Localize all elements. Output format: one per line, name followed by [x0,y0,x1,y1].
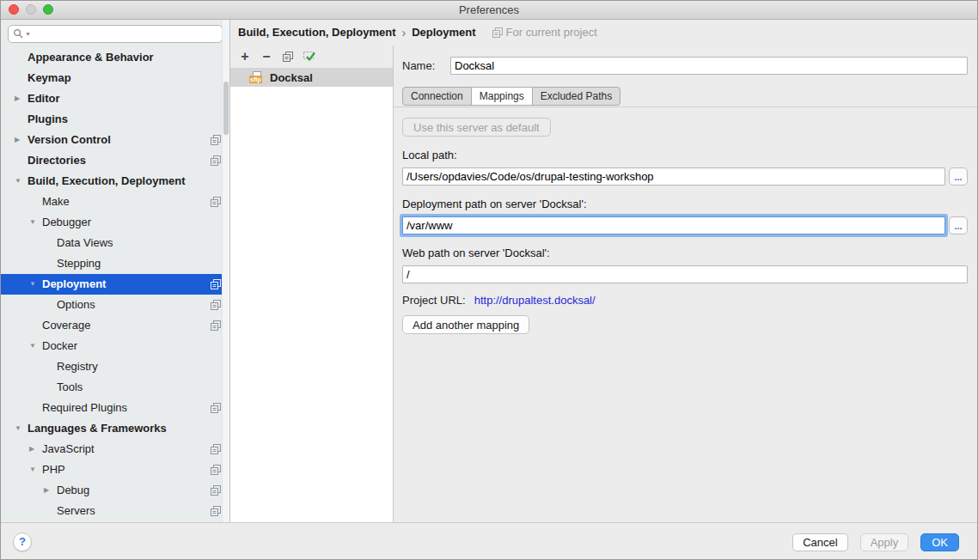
deployment-path-browse-button[interactable]: ... [949,216,968,234]
apply-button[interactable]: Apply [860,533,909,551]
chevron-right-icon[interactable]: ▶ [13,130,28,150]
sidebar-item-label: Stepping [57,253,101,274]
zoom-button[interactable] [43,4,53,15]
sidebar-item-label: Directories [28,150,86,171]
minimize-button[interactable] [26,4,36,15]
sidebar-item-tools[interactable]: Tools [1,377,229,398]
sidebar-item-label: PHP [42,460,65,480]
project-scope-badge-icon [211,485,221,496]
scrollbar-thumb[interactable] [223,82,229,135]
sidebar-item-deployment[interactable]: ▼Deployment [1,274,229,295]
project-scope-badge-icon [492,27,503,38]
sidebar-item-data-views[interactable]: Data Views [1,233,229,253]
project-url-label: Project URL: [402,294,466,307]
tab-mappings[interactable]: Mappings [471,87,533,106]
add-another-mapping-button[interactable]: Add another mapping [402,315,529,334]
chevron-down-icon[interactable]: ▼ [13,171,28,192]
sidebar-item-label: Version Control [28,130,111,150]
project-scope-badge-icon [211,279,221,289]
chevron-down-icon[interactable]: ▼ [28,460,42,480]
sidebar-item-plugins[interactable]: Plugins [1,109,229,130]
sidebar-scrollbar[interactable] [222,20,229,522]
sidebar-item-version-control[interactable]: ▶Version Control [1,130,229,150]
server-name-field[interactable] [450,57,968,75]
sidebar-item-registry[interactable]: Registry [1,356,229,377]
close-button[interactable] [9,4,19,15]
local-path-label: Local path: [402,149,968,161]
sidebar-item-stepping[interactable]: Stepping [1,253,229,274]
project-scope-badge-icon [211,197,221,207]
window-title: Preferences [1,1,977,19]
project-url-link[interactable]: http://drupaltest.docksal/ [474,294,596,307]
chevron-down-icon[interactable]: ▼ [28,336,42,356]
server-list-item-docksal[interactable]: sftp Docksal [230,68,393,87]
name-label: Name: [402,59,450,72]
breadcrumb-deployment[interactable]: Deployment [412,20,475,46]
add-server-button[interactable]: + [237,49,253,64]
chevron-right-icon[interactable]: ▶ [13,88,28,109]
sftp-server-icon: sftp [249,71,266,83]
green-check-icon [303,50,316,64]
copy-pages-icon [283,52,293,62]
sidebar-item-languages-frameworks[interactable]: ▼Languages & Frameworks [1,418,229,439]
sidebar-item-label: Debugger [42,212,91,233]
sidebar-item-label: Docker [42,336,77,356]
search-icon[interactable] [13,28,24,40]
sidebar-item-directories[interactable]: Directories [1,150,229,171]
search-options-caret-icon[interactable]: ▼ [25,31,31,37]
sidebar-item-keymap[interactable]: Keymap [1,68,229,88]
sidebar-item-options[interactable]: Options [1,295,229,315]
local-path-browse-button[interactable]: ... [949,167,968,186]
chevron-right-icon[interactable]: ▶ [42,480,57,501]
search-input[interactable] [33,28,217,40]
use-server-as-default-button[interactable]: Use this server as default [402,118,551,137]
tab-excluded-paths[interactable]: Excluded Paths [532,87,620,106]
sidebar-item-docker[interactable]: ▼Docker [1,336,229,356]
ok-button[interactable]: OK [920,533,959,551]
chevron-down-icon[interactable]: ▼ [28,212,42,233]
sidebar-item-coverage[interactable]: Coverage [1,315,229,336]
breadcrumb-build-execution-deployment[interactable]: Build, Execution, Deployment [238,20,395,46]
sidebar-item-servers[interactable]: Servers [1,501,229,521]
cancel-button[interactable]: Cancel [792,533,847,551]
sidebar-item-label: Make [42,192,70,212]
project-scope-badge-icon [211,135,221,145]
chevron-right-icon[interactable]: ▶ [28,439,42,460]
deployment-path-label: Deployment path on server 'Docksal': [402,198,968,210]
sidebar-item-php[interactable]: ▼PHP [1,460,229,480]
sidebar-item-make[interactable]: Make [1,192,229,212]
web-path-field[interactable] [402,265,968,283]
traffic-lights [9,4,53,15]
project-scope-badge-icon [211,320,221,331]
sidebar-item-label: Registry [57,356,98,377]
sidebar-item-required-plugins[interactable]: Required Plugins [1,398,229,418]
help-button[interactable]: ? [13,533,32,551]
sidebar-item-editor[interactable]: ▶Editor [1,88,229,109]
sidebar-item-appearance-behavior[interactable]: Appearance & Behavior [1,47,229,68]
sidebar-item-debugger[interactable]: ▼Debugger [1,212,229,233]
sidebar-item-label: Debug [57,480,89,501]
sidebar-item-label: Data Views [57,233,113,253]
sidebar-item-label: Coverage [42,315,90,336]
sidebar-item-label: Languages & Frameworks [28,418,167,439]
settings-search[interactable]: ▼ [8,25,223,43]
local-path-field[interactable] [402,167,945,186]
preferences-window: Preferences ▼ Appearance & BehaviorKeyma… [0,0,978,560]
deployment-path-field[interactable] [402,216,945,234]
breadcrumb: Build, Execution, Deployment › Deploymen… [230,20,977,46]
sidebar-item-label: Deployment [42,274,106,295]
project-scope: For current project [492,20,597,46]
copy-server-button[interactable] [280,49,296,64]
sidebar-item-label: Plugins [28,109,68,130]
project-scope-badge-icon [211,444,221,454]
project-scope-badge-icon [211,300,221,310]
sidebar-item-javascript[interactable]: ▶JavaScript [1,439,229,460]
tab-connection[interactable]: Connection [402,87,472,106]
sidebar-item-build-execution-deployment[interactable]: ▼Build, Execution, Deployment [1,171,229,192]
sidebar-item-debug[interactable]: ▶Debug [1,480,229,501]
chevron-down-icon[interactable]: ▼ [28,274,42,295]
remove-server-button[interactable]: − [259,49,274,64]
dialog-footer: ? Cancel Apply OK [1,522,977,560]
use-server-as-default-toolbar-button[interactable] [302,49,317,64]
chevron-down-icon[interactable]: ▼ [13,418,28,439]
